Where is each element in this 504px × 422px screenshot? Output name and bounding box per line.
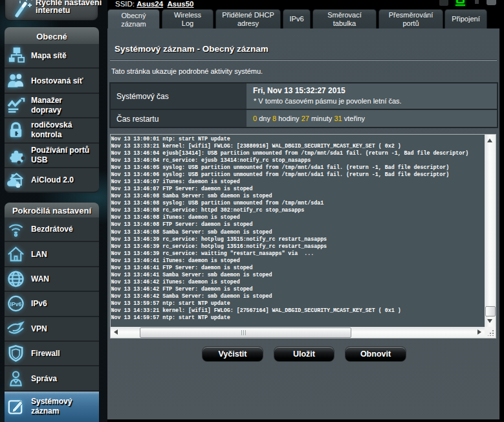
svg-text:IPv6: IPv6 [10, 301, 21, 307]
